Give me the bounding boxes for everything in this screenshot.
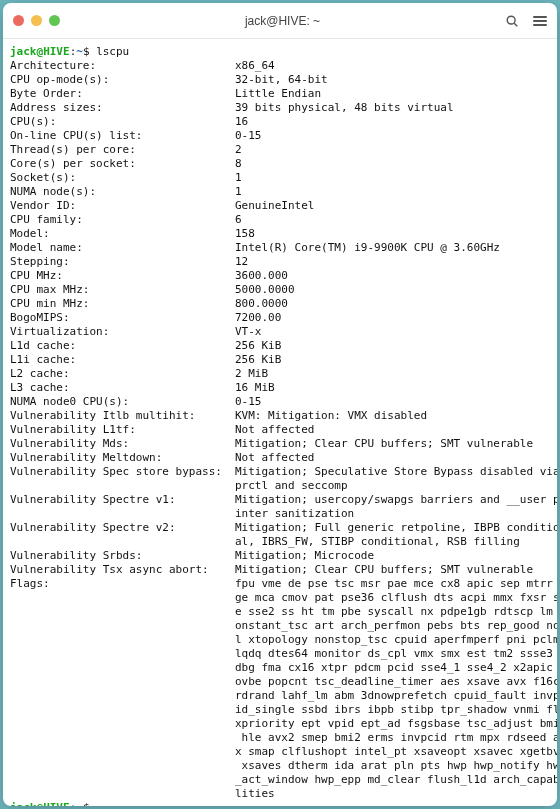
output-value: Mitigation; Clear CPU buffers; SMT vulne… [235, 563, 533, 576]
prompt-host: HIVE [43, 801, 70, 806]
output-label: CPU max MHz: [10, 283, 235, 297]
prompt-line: jack@HIVE:~$ [10, 801, 550, 806]
output-value: 2 MiB [235, 367, 268, 380]
output-label: Thread(s) per core: [10, 143, 235, 157]
close-button[interactable] [13, 15, 24, 26]
search-icon[interactable] [505, 14, 519, 28]
output-value: xpriority ept vpid ept_ad fsgsbase tsc_a… [235, 717, 557, 730]
output-line: e sse2 ss ht tm pbe syscall nx pdpe1gb r… [10, 605, 550, 619]
prompt-dollar: $ [83, 801, 90, 806]
output-label: CPU family: [10, 213, 235, 227]
output-line: On-line CPU(s) list:0-15 [10, 129, 550, 143]
output-value: 16 [235, 115, 248, 128]
output-value: inter sanitization [235, 507, 354, 520]
output-label: L1d cache: [10, 339, 235, 353]
output-label: Address sizes: [10, 101, 235, 115]
output-value: 3600.000 [235, 269, 288, 282]
output-value: lities [235, 787, 275, 800]
output-value: _act_window hwp_epp md_clear flush_l1d a… [235, 773, 557, 786]
output-value: fpu vme de pse tsc msr pae mce cx8 apic … [235, 577, 557, 590]
output-label: Model: [10, 227, 235, 241]
output-value: Mitigation; Microcode [235, 549, 374, 562]
output-value: 2 [235, 143, 242, 156]
output-line: L1i cache:256 KiB [10, 353, 550, 367]
output-label: Core(s) per socket: [10, 157, 235, 171]
output-label: CPU(s): [10, 115, 235, 129]
output-line: lities [10, 787, 550, 801]
output-label: Vendor ID: [10, 199, 235, 213]
output-line: x smap clflushopt intel_pt xsaveopt xsav… [10, 745, 550, 759]
output-value: 39 bits physical, 48 bits virtual [235, 101, 454, 114]
output-label: Architecture: [10, 59, 235, 73]
output-value: 8 [235, 157, 242, 170]
output-label: L2 cache: [10, 367, 235, 381]
output-value: 32-bit, 64-bit [235, 73, 328, 86]
titlebar: jack@HIVE: ~ [3, 3, 557, 39]
output-value: hle avx2 smep bmi2 erms invpcid rtm mpx … [235, 731, 557, 744]
output-label: Vulnerability Itlb multihit: [10, 409, 235, 423]
output-value: Mitigation; Full generic retpoline, IBPB… [235, 521, 557, 534]
output-value: l xtopology nonstop_tsc cpuid aperfmperf… [235, 633, 557, 646]
output-label: Virtualization: [10, 325, 235, 339]
output-line: Byte Order:Little Endian [10, 87, 550, 101]
output-label: Vulnerability Meltdown: [10, 451, 235, 465]
output-value: 0-15 [235, 395, 262, 408]
output-line: Vulnerability Meltdown:Not affected [10, 451, 550, 465]
output-label: CPU op-mode(s): [10, 73, 235, 87]
output-line: Stepping:12 [10, 255, 550, 269]
prompt-user: jack [10, 801, 37, 806]
output-label: NUMA node(s): [10, 185, 235, 199]
output-value: 158 [235, 227, 255, 240]
output-line: Vulnerability L1tf:Not affected [10, 423, 550, 437]
output-line: prctl and seccomp [10, 479, 550, 493]
output-line: Vulnerability Spec store bypass:Mitigati… [10, 465, 550, 479]
output-line: ge mca cmov pat pse36 clflush dts acpi m… [10, 591, 550, 605]
output-value: prctl and seccomp [235, 479, 348, 492]
output-label: NUMA node0 CPU(s): [10, 395, 235, 409]
output-label: Vulnerability Tsx async abort: [10, 563, 235, 577]
output-value: 5000.0000 [235, 283, 295, 296]
output-value: lqdq dtes64 monitor ds_cpl vmx smx est t… [235, 647, 557, 660]
output-value: Little Endian [235, 87, 321, 100]
output-line: l xtopology nonstop_tsc cpuid aperfmperf… [10, 633, 550, 647]
menu-icon[interactable] [533, 14, 547, 28]
maximize-button[interactable] [49, 15, 60, 26]
prompt-dollar: $ [83, 45, 90, 58]
output-line: Model name:Intel(R) Core(TM) i9-9900K CP… [10, 241, 550, 255]
output-label: CPU MHz: [10, 269, 235, 283]
output-line: L2 cache:2 MiB [10, 367, 550, 381]
output-label: Byte Order: [10, 87, 235, 101]
output-line: Core(s) per socket:8 [10, 157, 550, 171]
output-line: _act_window hwp_epp md_clear flush_l1d a… [10, 773, 550, 787]
output-label: Vulnerability Srbds: [10, 549, 235, 563]
output-line: Model:158 [10, 227, 550, 241]
prompt-line: jack@HIVE:~$ lscpu [10, 45, 550, 59]
output-label: Vulnerability Spec store bypass: [10, 465, 235, 479]
output-line: rdrand lahf_lm abm 3dnowprefetch cpuid_f… [10, 689, 550, 703]
output-value: Not affected [235, 423, 314, 436]
output-label: L1i cache: [10, 353, 235, 367]
titlebar-actions [505, 14, 547, 28]
output-line: Vulnerability Spectre v2:Mitigation; Ful… [10, 521, 550, 535]
output-value: dbg fma cx16 xtpr pdcm pcid sse4_1 sse4_… [235, 661, 557, 674]
terminal-body[interactable]: jack@HIVE:~$ lscpuArchitecture:x86_64CPU… [3, 39, 557, 806]
output-line: hle avx2 smep bmi2 erms invpcid rtm mpx … [10, 731, 550, 745]
output-line: Vulnerability Tsx async abort:Mitigation… [10, 563, 550, 577]
output-value: 256 KiB [235, 339, 281, 352]
output-line: NUMA node0 CPU(s):0-15 [10, 395, 550, 409]
output-value: x smap clflushopt intel_pt xsaveopt xsav… [235, 745, 557, 758]
output-line: Address sizes:39 bits physical, 48 bits … [10, 101, 550, 115]
output-label: Model name: [10, 241, 235, 255]
prompt-path: ~ [76, 801, 83, 806]
minimize-button[interactable] [31, 15, 42, 26]
output-value: onstant_tsc art arch_perfmon pebs bts re… [235, 619, 557, 632]
prompt-path: ~ [76, 45, 83, 58]
svg-line-1 [514, 23, 517, 26]
output-line: Vulnerability Srbds:Mitigation; Microcod… [10, 549, 550, 563]
output-line: ovbe popcnt tsc_deadline_timer aes xsave… [10, 675, 550, 689]
output-line: CPU(s):16 [10, 115, 550, 129]
window-controls [13, 15, 60, 26]
output-line: inter sanitization [10, 507, 550, 521]
output-line: CPU MHz:3600.000 [10, 269, 550, 283]
output-value: 12 [235, 255, 248, 268]
